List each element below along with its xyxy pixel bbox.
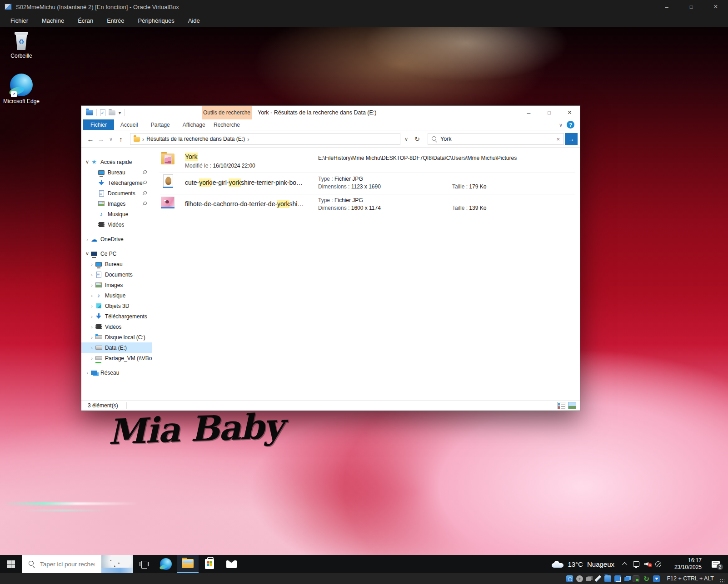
sidebar-reseau[interactable]: › Réseau: [81, 367, 152, 378]
optical-disc-status-icon[interactable]: [576, 575, 583, 582]
features-status-icon[interactable]: ↻: [643, 575, 650, 582]
vbox-menu-ecran[interactable]: Écran: [71, 14, 100, 27]
chevron-down-icon[interactable]: ∨: [84, 159, 90, 165]
chevron-right-icon[interactable]: ›: [89, 345, 95, 351]
tab-accueil[interactable]: Accueil: [114, 119, 145, 130]
network-status-button[interactable]: [653, 555, 663, 573]
refresh-icon[interactable]: ↻: [412, 130, 422, 148]
explorer-search-input[interactable]: [440, 136, 553, 142]
sidebar-pc-data-e-selected[interactable]: › Data (E:): [81, 342, 152, 353]
start-button[interactable]: [0, 555, 22, 573]
resize-grip[interactable]: [720, 579, 724, 583]
vbox-menu-machine[interactable]: Machine: [35, 14, 71, 27]
search-go-button[interactable]: →: [565, 133, 578, 145]
breadcrumb-location[interactable]: Résultats de la recherche dans Data (E:): [146, 136, 245, 142]
notification-center-button[interactable]: 2: [706, 555, 725, 573]
breadcrumb-chevron-icon[interactable]: ›: [247, 136, 249, 143]
vm-display-tray-button[interactable]: [631, 555, 642, 573]
explorer-maximize-button[interactable]: [539, 106, 559, 119]
explorer-search-box[interactable]: ×: [428, 133, 564, 145]
address-dropdown-chevron-icon[interactable]: ∨: [401, 130, 411, 148]
vbox-maximize-button[interactable]: [679, 0, 703, 14]
chevron-right-icon[interactable]: ›: [89, 303, 95, 309]
display-status-icon[interactable]: [614, 575, 621, 582]
desktop-icon-edge[interactable]: ↗ Microsoft Edge: [2, 74, 40, 104]
vbox-menu-peripheriques[interactable]: Périphériques: [131, 14, 181, 27]
vbox-close-button[interactable]: [703, 0, 728, 14]
sidebar-pc-objets-3d[interactable]: › Objets 3D: [81, 301, 152, 311]
sidebar-pc-documents[interactable]: › Documents: [81, 269, 152, 280]
sidebar-pc-videos[interactable]: › Vidéos: [81, 322, 152, 332]
new-folder-icon[interactable]: [109, 110, 115, 115]
vbox-menu-entree[interactable]: Entrée: [100, 14, 131, 27]
file-row-cute-yorkie[interactable]: cute-yorkie-girl-yorkshire-terrier-pink-…: [160, 173, 575, 194]
sidebar-pc-partage-vm[interactable]: › Partage_VM (\\VBox: [81, 353, 152, 363]
chevron-right-icon[interactable]: ›: [84, 237, 90, 242]
sidebar-ce-pc[interactable]: ∨ Ce PC: [81, 248, 152, 259]
chevron-down-icon[interactable]: ∨: [84, 251, 90, 257]
usb-status-icon[interactable]: [594, 575, 601, 582]
recording-status-icon[interactable]: [624, 577, 629, 581]
chevron-right-icon[interactable]: ›: [89, 324, 95, 330]
details-view-icon[interactable]: [557, 402, 565, 409]
customize-qat-chevron-icon[interactable]: [119, 109, 121, 116]
taskbar-explorer-button-active[interactable]: [177, 555, 199, 573]
network-adapter-status-icon[interactable]: [633, 575, 639, 582]
show-hidden-icons-button[interactable]: [620, 555, 631, 573]
file-row-filhote[interactable]: filhote-de-cachorro-do-terrier-de-yorksh…: [160, 194, 575, 216]
audio-status-icon[interactable]: [586, 577, 591, 581]
explorer-close-button[interactable]: [559, 106, 580, 119]
tab-fichier[interactable]: Fichier: [83, 119, 114, 130]
large-icons-view-icon[interactable]: [568, 402, 576, 409]
taskbar-edge-button[interactable]: [155, 555, 177, 573]
desktop-icon-recycle-bin[interactable]: ♻ Corbeille: [2, 32, 40, 59]
chevron-right-icon[interactable]: ›: [84, 370, 90, 376]
properties-icon[interactable]: ✓: [100, 109, 105, 116]
taskbar-store-button[interactable]: [199, 555, 220, 573]
vbox-menu-fichier[interactable]: Fichier: [4, 14, 35, 27]
volume-muted-button[interactable]: ×: [642, 555, 653, 573]
weather-widget[interactable]: 13°C Nuageux: [546, 555, 620, 573]
sidebar-pc-musique[interactable]: › ♪ Musique: [81, 290, 152, 301]
chevron-right-icon[interactable]: ›: [89, 282, 95, 288]
chevron-right-icon[interactable]: ›: [89, 335, 95, 340]
sidebar-item-telechargements[interactable]: Téléchargements: [81, 178, 152, 188]
chevron-right-icon[interactable]: ›: [89, 356, 95, 361]
back-button[interactable]: ←: [85, 130, 96, 148]
sidebar-item-documents[interactable]: Documents: [81, 188, 152, 198]
hard-disk-status-icon[interactable]: [566, 575, 573, 582]
sidebar-pc-images[interactable]: › Images: [81, 280, 152, 290]
chevron-right-icon[interactable]: ›: [89, 262, 95, 267]
task-view-button[interactable]: [133, 555, 155, 573]
address-bar[interactable]: › Résultats de la recherche dans Data (E…: [130, 133, 400, 145]
sidebar-pc-bureau[interactable]: › Bureau: [81, 259, 152, 269]
expand-ribbon-chevron-icon[interactable]: ∨: [559, 119, 563, 130]
vbox-menu-aide[interactable]: Aide: [181, 14, 207, 27]
sidebar-item-musique[interactable]: ♪ Musique: [81, 209, 152, 219]
sidebar-pc-disque-c[interactable]: › Disque local (C:): [81, 332, 152, 342]
up-button[interactable]: ↑: [116, 130, 126, 148]
tab-recherche[interactable]: Recherche: [202, 119, 252, 130]
explorer-minimize-button[interactable]: [519, 106, 539, 119]
sidebar-pc-telechargements[interactable]: › Téléchargements: [81, 311, 152, 322]
sidebar-quick-access[interactable]: ∨ ★ Accès rapide: [81, 157, 152, 167]
vbox-minimize-button[interactable]: [654, 0, 679, 14]
sidebar-onedrive[interactable]: › ☁ OneDrive: [81, 234, 152, 244]
breadcrumb-chevron-icon[interactable]: ›: [142, 136, 144, 143]
taskbar-clock[interactable]: 16:17 23/10/2025: [668, 557, 702, 571]
clear-search-icon[interactable]: ×: [556, 136, 560, 143]
chevron-right-icon[interactable]: ›: [89, 314, 95, 319]
sidebar-item-bureau[interactable]: Bureau: [81, 167, 152, 178]
help-icon[interactable]: ?: [567, 121, 574, 129]
taskbar-search-box[interactable]: [22, 555, 133, 573]
tab-partage[interactable]: Partage: [145, 119, 176, 130]
forward-button[interactable]: →: [96, 130, 106, 148]
chevron-right-icon[interactable]: ›: [89, 272, 95, 277]
chevron-right-icon[interactable]: ›: [89, 293, 95, 298]
file-row-york-folder[interactable]: York Modifié le : 16/10/2024 22:00 E:\Fi…: [160, 151, 575, 173]
sidebar-item-images[interactable]: Images: [81, 198, 152, 209]
mouse-integration-status-icon[interactable]: [653, 575, 660, 582]
sidebar-item-videos[interactable]: Vidéos: [81, 219, 152, 230]
shared-folders-status-icon[interactable]: [604, 575, 611, 582]
recent-locations-chevron-icon[interactable]: ∨: [107, 130, 115, 148]
